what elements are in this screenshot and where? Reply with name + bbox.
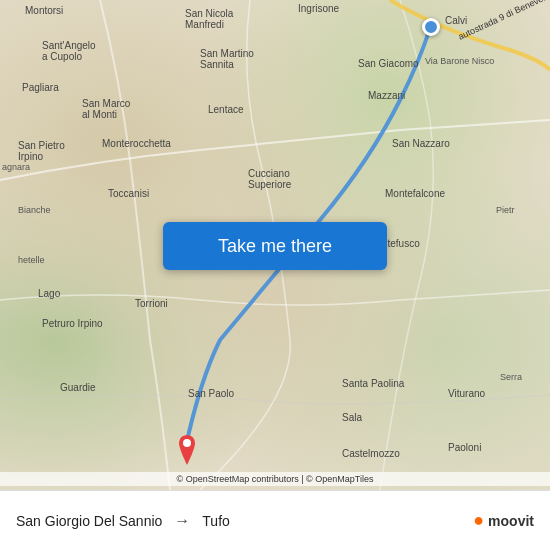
destination-marker	[175, 435, 199, 465]
map-view: autostrada 9 di Benevento Montorsi San N…	[0, 0, 550, 490]
svg-point-1	[183, 439, 191, 447]
origin-marker	[422, 18, 440, 36]
moovit-logo: ● moovit	[473, 510, 534, 531]
route-destination: Tufo	[202, 513, 230, 529]
route-origin: San Giorgio Del Sannio	[16, 513, 162, 529]
map-attribution: © OpenStreetMap contributors | © OpenMap…	[0, 472, 550, 486]
route-arrow-icon: →	[174, 512, 190, 530]
take-me-there-button[interactable]: Take me there	[163, 222, 387, 270]
svg-text:autostrada 9 di Benevento: autostrada 9 di Benevento	[457, 0, 550, 42]
moovit-text: moovit	[488, 513, 534, 529]
moovit-dot: ●	[473, 510, 484, 531]
bottom-bar: San Giorgio Del Sannio → Tufo ● moovit	[0, 490, 550, 550]
